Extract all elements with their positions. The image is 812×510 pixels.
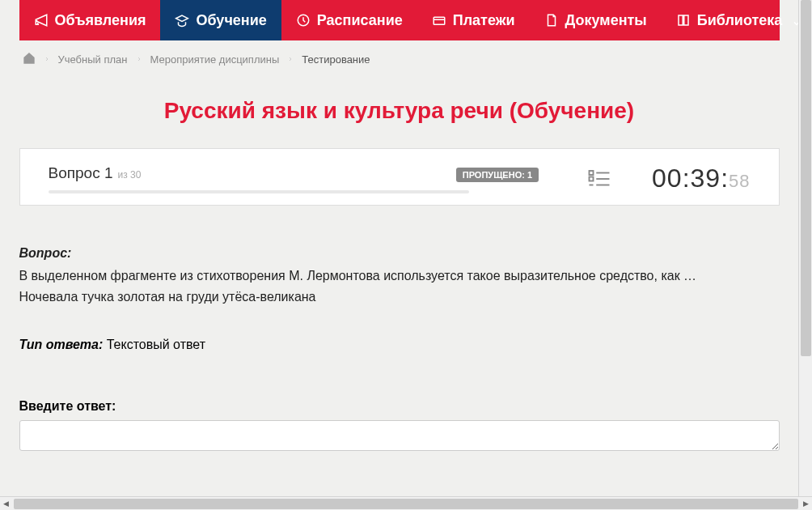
nav-label: Платежи: [453, 12, 515, 29]
nav-documents[interactable]: Документы: [530, 0, 662, 40]
question-text-line: В выделенном фрагменте из стихотворения …: [19, 266, 780, 287]
nav-label: Обучение: [196, 12, 266, 29]
vertical-scrollbar[interactable]: [798, 0, 812, 496]
status-bar: Вопрос 1 из 30 ПРОПУЩЕНО: 1 00:39:58: [19, 148, 780, 206]
timer-seconds: 58: [729, 171, 750, 191]
clock-icon: [296, 13, 311, 28]
svg-rect-4: [590, 176, 594, 181]
question-list-icon[interactable]: [587, 167, 611, 191]
breadcrumb-link[interactable]: Учебный план: [58, 53, 128, 66]
horizontal-scrollbar[interactable]: ◀ ▶: [0, 496, 812, 510]
chevron-right-icon: [44, 53, 50, 66]
chevron-right-icon: [287, 53, 294, 66]
nav-announcements[interactable]: Объявления: [19, 0, 161, 40]
home-icon[interactable]: [23, 52, 36, 67]
graduation-cap-icon: [175, 13, 189, 28]
answer-type-value: Текстовый ответ: [107, 338, 205, 351]
question-text-line: Ночевала тучка золотая на груди утёса-ве…: [19, 287, 780, 308]
scrollbar-thumb[interactable]: [801, 0, 811, 356]
question-body: Вопрос: В выделенном фрагменте из стихот…: [19, 206, 780, 496]
svg-rect-2: [590, 171, 594, 175]
nav-label: Библиотека: [697, 12, 783, 29]
question-number-label: Вопрос 1: [49, 164, 113, 182]
skipped-badge: ПРОПУЩЕНО: 1: [456, 168, 539, 182]
page-title: Русский язык и культура речи (Обучение): [19, 74, 780, 148]
nav-payments[interactable]: Платежи: [417, 0, 530, 40]
breadcrumb: Учебный план Мероприятие дисциплины Тест…: [19, 40, 780, 74]
answer-input-label: Введите ответ:: [19, 399, 780, 414]
chevron-down-icon: [792, 15, 798, 25]
payment-icon: [432, 13, 446, 28]
scroll-left-icon[interactable]: ◀: [0, 498, 12, 510]
timer-minutes: 00:39:: [652, 164, 729, 193]
svg-rect-1: [433, 17, 445, 24]
breadcrumb-current: Тестирование: [302, 53, 370, 66]
nav-label: Документы: [565, 12, 647, 29]
scroll-right-icon[interactable]: ▶: [800, 498, 812, 510]
answer-type-label: Тип ответа:: [19, 338, 104, 351]
answer-type: Тип ответа: Текстовый ответ: [19, 338, 780, 352]
breadcrumb-link[interactable]: Мероприятие дисциплины: [150, 53, 280, 66]
timer: 00:39:58: [652, 164, 750, 193]
nav-library[interactable]: Библиотека: [662, 0, 798, 40]
question-number: Вопрос 1 из 30: [49, 164, 142, 182]
progress-bar: [49, 190, 469, 193]
nav-label: Расписание: [317, 12, 403, 29]
question-total: из 30: [118, 169, 142, 181]
nav-label: Объявления: [55, 12, 146, 29]
book-icon: [676, 13, 691, 28]
question-label: Вопрос:: [19, 246, 780, 261]
answer-textarea[interactable]: [19, 420, 780, 451]
chevron-right-icon: [136, 53, 142, 66]
scrollbar-thumb[interactable]: [14, 499, 798, 509]
top-nav: Объявления Обучение Расписание Платежи Д…: [19, 0, 780, 40]
megaphone-icon: [34, 13, 49, 28]
document-icon: [544, 13, 559, 28]
nav-learning[interactable]: Обучение: [160, 0, 281, 40]
nav-schedule[interactable]: Расписание: [281, 0, 417, 40]
